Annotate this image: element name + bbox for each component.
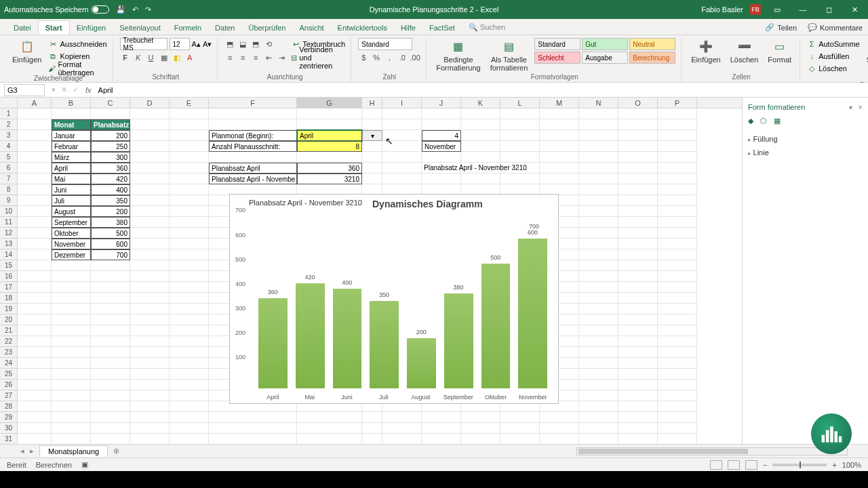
- cell[interactable]: [422, 108, 461, 119]
- cell[interactable]: [540, 130, 579, 141]
- cell[interactable]: [618, 239, 658, 249]
- cell[interactable]: [170, 434, 209, 444]
- cell[interactable]: [579, 271, 618, 282]
- cell[interactable]: März: [52, 152, 91, 163]
- cell[interactable]: November: [422, 141, 461, 152]
- zoom-level[interactable]: 100%: [842, 461, 861, 469]
- cell[interactable]: [579, 174, 618, 184]
- cell[interactable]: [170, 217, 209, 228]
- cell[interactable]: [130, 314, 170, 325]
- cell[interactable]: [209, 119, 297, 130]
- cell[interactable]: [52, 304, 91, 314]
- cell[interactable]: 360: [91, 163, 130, 174]
- cell[interactable]: [130, 260, 170, 271]
- cell[interactable]: [579, 390, 618, 401]
- col-head-O[interactable]: O: [618, 98, 658, 108]
- cell[interactable]: [382, 152, 422, 163]
- cell[interactable]: [52, 325, 91, 336]
- cell[interactable]: [618, 174, 658, 184]
- cell[interactable]: [618, 412, 658, 423]
- cell[interactable]: [170, 184, 209, 195]
- cell[interactable]: [91, 358, 130, 369]
- tab-daten[interactable]: Daten: [208, 21, 241, 35]
- cell[interactable]: [130, 369, 170, 380]
- cell[interactable]: [170, 108, 209, 119]
- cell[interactable]: [52, 347, 91, 358]
- cell[interactable]: [658, 206, 697, 217]
- cell[interactable]: [130, 249, 170, 260]
- cell[interactable]: [658, 141, 697, 152]
- row-head[interactable]: 6: [0, 163, 18, 174]
- col-head-M[interactable]: M: [540, 98, 579, 108]
- cell[interactable]: [52, 271, 91, 282]
- cell[interactable]: [170, 152, 209, 163]
- cell[interactable]: [500, 412, 540, 423]
- minimize-icon[interactable]: —: [793, 5, 812, 14]
- row-head[interactable]: 21: [0, 325, 18, 336]
- cell[interactable]: [130, 184, 170, 195]
- cell[interactable]: [52, 358, 91, 369]
- cell[interactable]: [579, 304, 618, 314]
- cancel-formula-icon[interactable]: ✕: [58, 85, 70, 94]
- row-head[interactable]: 1: [0, 108, 18, 119]
- save-icon[interactable]: 💾: [116, 5, 125, 14]
- cell[interactable]: [130, 423, 170, 434]
- cell[interactable]: [170, 249, 209, 260]
- cell[interactable]: [170, 174, 209, 184]
- cell[interactable]: [52, 401, 91, 412]
- col-head-F[interactable]: F: [209, 98, 297, 108]
- cell[interactable]: [52, 369, 91, 380]
- cell[interactable]: [618, 249, 658, 260]
- row-head[interactable]: 4: [0, 141, 18, 152]
- cell[interactable]: [618, 119, 658, 130]
- cell[interactable]: [209, 434, 297, 444]
- cell[interactable]: [52, 293, 91, 304]
- bar[interactable]: 350: [370, 301, 399, 388]
- cell[interactable]: Juni: [52, 184, 91, 195]
- cell[interactable]: [209, 152, 297, 163]
- cell[interactable]: [362, 141, 382, 152]
- cell[interactable]: [500, 141, 540, 152]
- style-ausgabe[interactable]: Ausgabe: [582, 52, 628, 64]
- cell[interactable]: [130, 347, 170, 358]
- cell[interactable]: Anzahl Planausschnitt:: [209, 141, 297, 152]
- cell[interactable]: [540, 141, 579, 152]
- cell[interactable]: [91, 304, 130, 314]
- cell[interactable]: [170, 401, 209, 412]
- cell[interactable]: [422, 119, 461, 130]
- col-head-C[interactable]: C: [91, 98, 130, 108]
- cell[interactable]: [618, 271, 658, 282]
- cell[interactable]: [170, 325, 209, 336]
- cell[interactable]: [362, 119, 382, 130]
- cell[interactable]: [618, 293, 658, 304]
- cell[interactable]: [362, 174, 382, 184]
- row-head[interactable]: 18: [0, 293, 18, 304]
- sheet-tab-active[interactable]: Monatsplanung: [39, 445, 108, 457]
- cell[interactable]: [461, 412, 500, 423]
- cell[interactable]: [658, 239, 697, 249]
- cell[interactable]: [658, 325, 697, 336]
- redo-icon[interactable]: ↷: [145, 5, 151, 14]
- cell[interactable]: [658, 249, 697, 260]
- cell[interactable]: [52, 260, 91, 271]
- tab-factset[interactable]: FactSet: [422, 21, 462, 35]
- cell[interactable]: [130, 325, 170, 336]
- cell[interactable]: [91, 336, 130, 347]
- cell[interactable]: [658, 369, 697, 380]
- cell[interactable]: [618, 260, 658, 271]
- hscrollbar[interactable]: [576, 447, 848, 455]
- cell[interactable]: Planmonat (Beginn):: [209, 130, 297, 141]
- cell[interactable]: 3210: [297, 174, 362, 184]
- cell[interactable]: [91, 314, 130, 325]
- cell[interactable]: [18, 249, 52, 260]
- cell[interactable]: [461, 163, 500, 174]
- effects-tab-icon[interactable]: ⬠: [760, 117, 767, 125]
- tab-uberprufen[interactable]: Überprüfen: [241, 21, 292, 35]
- cell[interactable]: [579, 141, 618, 152]
- cell[interactable]: [362, 108, 382, 119]
- tab-entwicklertools[interactable]: Entwicklertools: [331, 21, 394, 35]
- cell[interactable]: 420: [91, 174, 130, 184]
- cell[interactable]: [500, 130, 540, 141]
- row-head[interactable]: 19: [0, 304, 18, 314]
- cell[interactable]: [170, 239, 209, 249]
